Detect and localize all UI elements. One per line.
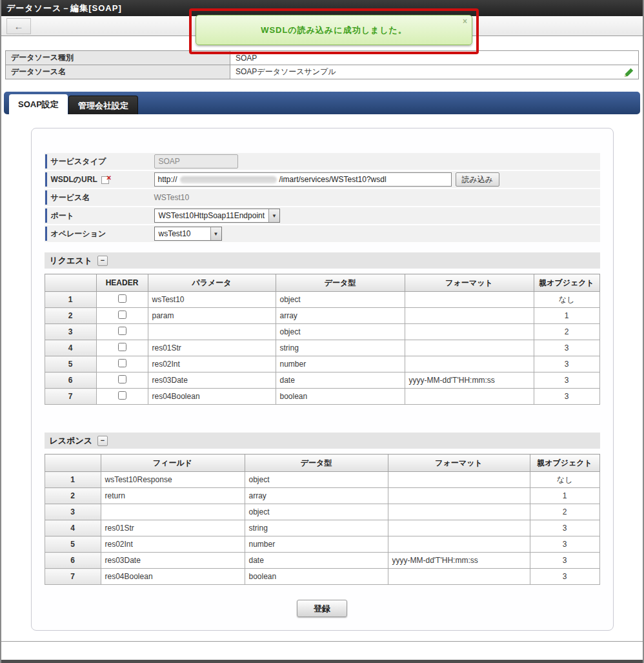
- field-cell: [101, 504, 245, 520]
- format-cell: [405, 340, 534, 356]
- parent-cell: 3: [534, 372, 599, 389]
- type-cell: object: [276, 324, 405, 340]
- field-cell: return: [101, 488, 245, 504]
- tab-bar: SOAP設定 管理会社設定: [4, 92, 640, 114]
- format-cell: [388, 569, 530, 585]
- row-number: 3: [45, 324, 96, 340]
- parent-cell: 1: [530, 488, 599, 504]
- collapse-response-button[interactable]: −: [97, 436, 108, 446]
- form-row-wsdl-url: WSDLのURL http:///imart/services/WSTest10…: [45, 171, 600, 188]
- operation-select[interactable]: wsTest10 ▼: [154, 227, 222, 241]
- table-row: 3object2: [45, 504, 599, 520]
- wsdl-url-label: WSDLのURL: [45, 171, 151, 188]
- parent-cell: 3: [534, 356, 599, 372]
- table-row: 3object2: [45, 324, 599, 340]
- parent-col-header: 親オブジェクト: [534, 274, 599, 292]
- format-cell: [388, 520, 530, 536]
- port-select[interactable]: WSTest10HttpSoap11Endpoint ▼: [154, 209, 281, 223]
- request-section-header: リクエスト −: [45, 252, 600, 269]
- wsdl-url-input[interactable]: http:///imart/services/WSTest10?wsdl: [154, 172, 452, 187]
- clear-checkbox-icon[interactable]: [101, 176, 109, 184]
- header-checkbox[interactable]: [118, 359, 126, 367]
- row-number: 5: [45, 356, 96, 372]
- form-row-operation: オペレーション wsTest10 ▼: [45, 225, 600, 242]
- type-cell: object: [276, 292, 405, 308]
- table-row: 2returnarray1: [45, 488, 599, 504]
- register-button[interactable]: 登録: [297, 600, 347, 617]
- row-number: 7: [45, 389, 96, 405]
- parent-col-header: 親オブジェクト: [530, 454, 599, 472]
- field-cell: res02Int: [101, 536, 245, 553]
- request-header-row: HEADER パラメータ データ型 フォーマット 親オブジェクト: [45, 274, 599, 292]
- header-checkbox[interactable]: [118, 294, 126, 303]
- parent-cell: 3: [530, 553, 599, 569]
- type-cell: object: [245, 472, 388, 488]
- format-cell: yyyy-MM-dd'T'HH:mm:ss: [405, 372, 534, 389]
- row-number: 1: [45, 292, 96, 308]
- tab-admin-company-settings[interactable]: 管理会社設定: [68, 96, 138, 114]
- header-checkbox[interactable]: [118, 327, 126, 335]
- header-checkbox[interactable]: [118, 391, 126, 400]
- type-cell: string: [245, 520, 388, 536]
- table-row: データソース種別 SOAP: [6, 51, 639, 65]
- row-number: 3: [45, 504, 101, 520]
- masked-host-segment: [180, 176, 277, 183]
- type-cell: array: [276, 308, 405, 324]
- type-cell: boolean: [276, 389, 405, 405]
- format-cell: [388, 488, 530, 504]
- type-cell: number: [276, 356, 405, 372]
- header-checkbox[interactable]: [118, 375, 126, 383]
- header-checkbox[interactable]: [118, 311, 126, 319]
- table-row: 4res01Strstring3: [45, 520, 599, 536]
- close-icon[interactable]: ×: [463, 17, 467, 25]
- format-cell: [388, 536, 530, 553]
- table-row: 1wsTest10Responseobjectなし: [45, 472, 599, 488]
- param-cell: res02Int: [148, 356, 276, 372]
- table-row: 2paramarray1: [45, 308, 599, 324]
- request-section-title: リクエスト: [50, 255, 93, 267]
- response-header-row: フィールド データ型 フォーマット 親オブジェクト: [45, 454, 599, 472]
- success-toast: WSDLの読み込みに成功しました。 ×: [196, 15, 472, 45]
- type-cell: object: [245, 504, 388, 520]
- load-wsdl-button[interactable]: 読み込み: [456, 172, 500, 187]
- back-button[interactable]: ←: [6, 18, 31, 34]
- format-col-header: フォーマット: [388, 454, 530, 472]
- field-cell: res01Str: [101, 520, 245, 536]
- table-row: データソース名 SOAPデータソースサンプル: [6, 65, 639, 79]
- window-title: データソース－編集[SOAP]: [1, 0, 643, 16]
- back-arrow-icon: ←: [14, 21, 24, 32]
- chevron-down-icon: ▼: [268, 209, 279, 222]
- header-checkbox[interactable]: [118, 343, 126, 351]
- collapse-request-button[interactable]: −: [97, 256, 108, 266]
- edit-pencil-icon[interactable]: [624, 67, 634, 79]
- response-section-title: レスポンス: [50, 435, 93, 447]
- type-cell: string: [276, 340, 405, 356]
- parent-cell: 3: [530, 569, 599, 585]
- port-label: ポート: [45, 207, 151, 224]
- table-row: 7res04Booleanboolean3: [45, 569, 599, 585]
- service-type-label: サービスタイプ: [45, 153, 151, 170]
- row-number: 2: [45, 488, 101, 504]
- param-col-header: パラメータ: [148, 274, 276, 292]
- datasource-name-label: データソース名: [6, 65, 230, 79]
- parent-cell: 2: [530, 504, 599, 520]
- datasource-type-label: データソース種別: [6, 51, 230, 65]
- row-number: 6: [45, 372, 96, 389]
- datasource-type-value: SOAP: [230, 51, 639, 65]
- operation-label: オペレーション: [45, 225, 151, 242]
- param-cell: wsTest10: [148, 292, 276, 308]
- row-number-header: [45, 454, 101, 472]
- parent-cell: 3: [534, 389, 599, 405]
- row-number: 4: [45, 520, 101, 536]
- parent-cell: 3: [534, 340, 599, 356]
- tab-soap-settings[interactable]: SOAP設定: [9, 94, 68, 114]
- row-number: 5: [45, 536, 101, 553]
- field-cell: wsTest10Response: [101, 472, 245, 488]
- format-cell: [405, 308, 534, 324]
- parent-cell: なし: [530, 472, 599, 488]
- table-row: 5res02Intnumber3: [45, 356, 599, 372]
- parent-cell: 3: [530, 520, 599, 536]
- format-cell: [388, 472, 530, 488]
- request-table: HEADER パラメータ データ型 フォーマット 親オブジェクト 1wsTest…: [45, 274, 600, 405]
- chevron-down-icon: ▼: [210, 227, 221, 240]
